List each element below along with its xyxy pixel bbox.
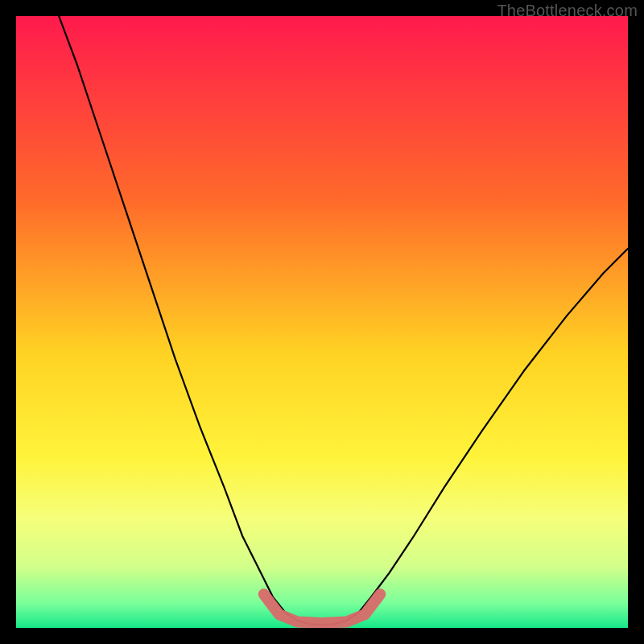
plot-area: [16, 16, 628, 628]
gradient-background: [16, 16, 628, 628]
chart-svg: [16, 16, 628, 628]
watermark-text: TheBottleneck.com: [497, 2, 638, 20]
chart-frame: TheBottleneck.com: [0, 0, 644, 644]
